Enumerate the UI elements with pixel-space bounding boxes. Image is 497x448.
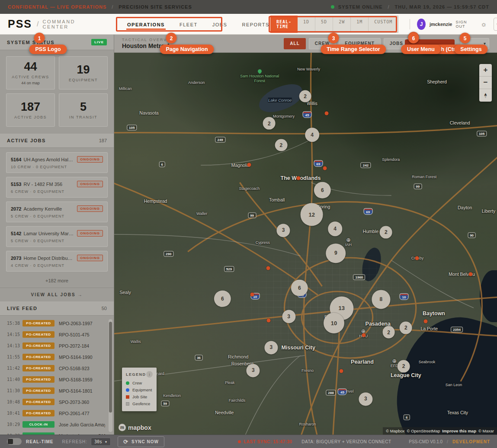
feed-event-text: MPO-2063-1997 — [59, 321, 93, 326]
improve-map-link[interactable]: Improve this map — [442, 429, 476, 433]
cluster-marker[interactable]: 4 — [328, 221, 343, 236]
mapbox-logo[interactable]: m mapbox — [119, 424, 151, 431]
job-card-top: 2073Home Depot Distribution Center Repai… — [11, 255, 103, 261]
map-filter-crew[interactable]: CREW — [309, 38, 336, 49]
refresh-interval-select[interactable]: 30s ▾ — [91, 438, 111, 446]
job-id: 5153 — [11, 182, 21, 187]
tactical-overview-kicker: TACTICAL OVERVIEW — [122, 38, 180, 42]
job-site-marker[interactable] — [247, 163, 251, 166]
job-site-marker[interactable] — [468, 272, 472, 276]
pss-logo[interactable]: PSS — [8, 18, 32, 30]
cluster-marker[interactable]: 2 — [380, 226, 392, 239]
nav-tab-reports[interactable]: REPORTS — [241, 15, 270, 33]
feed-event-badge: PO-CREATED — [22, 331, 55, 338]
feed-time: 11:30 — [7, 388, 22, 393]
job-site-marker[interactable] — [362, 333, 366, 337]
layers-dropdown[interactable]: ▾ — [461, 38, 489, 49]
avatar[interactable]: J — [417, 19, 426, 30]
sync-now-button[interactable]: ⟳ SYNC NOW — [118, 436, 164, 447]
toggle-knob — [8, 439, 13, 444]
cluster-marker[interactable]: 2 — [400, 321, 412, 334]
stat-sublabel: 44 on map — [21, 81, 40, 85]
command-center-subtitle: COMMAND CENTER — [42, 19, 75, 29]
logo-separator: / — [37, 20, 38, 28]
feed-event-text: MPO-5164-1801 — [59, 388, 93, 394]
job-site-marker[interactable] — [424, 319, 428, 323]
settings-button[interactable]: ☀ — [494, 18, 497, 31]
attr-mapbox: © Mapbox — [386, 429, 404, 433]
cluster-marker[interactable]: 2 — [382, 326, 395, 339]
job-status-badge: ONGOING — [77, 230, 103, 237]
header-divider — [410, 19, 410, 29]
feed-event-badge: PO-CREATED — [22, 342, 55, 349]
sync-status-icon — [238, 440, 241, 443]
job-card[interactable]: 2072Academy KerrvilleONGOING5 CREW · 0 E… — [6, 202, 108, 222]
job-site-marker[interactable] — [415, 256, 419, 260]
sign-out-button[interactable]: SIGN OUT — [455, 20, 472, 29]
cluster-marker[interactable]: 4 — [305, 128, 320, 142]
compass-button[interactable]: ▲ ▼ — [479, 89, 492, 102]
toolbar-divider — [416, 38, 417, 49]
feed-event-badge: PO-CREATED — [22, 376, 55, 383]
feed-scrollbar-thumb[interactable] — [109, 322, 112, 413]
zoom-out-button[interactable]: − — [479, 77, 492, 89]
legend-label: Job Site — [132, 394, 147, 399]
cluster-marker[interactable]: 2 — [398, 360, 410, 373]
map-canvas[interactable]: Sam Houston National ForestNew WaverlySh… — [114, 53, 497, 435]
sync-icon: ⟳ — [123, 438, 128, 445]
feed-event-text: MPO-5168-1959 — [59, 377, 93, 382]
feed-row: 10:41PO-CREATEDRPO-2061-477 — [7, 410, 105, 416]
time-range-1d[interactable]: 1D — [298, 16, 315, 33]
username[interactable]: jmckenzie — [430, 22, 452, 27]
job-site-marker[interactable] — [266, 266, 270, 270]
cluster-marker[interactable]: 2 — [263, 117, 276, 130]
time-range-1m[interactable]: 1M — [351, 16, 369, 33]
legend-item: Equipment — [126, 387, 153, 392]
map-filter-all[interactable]: ALL — [284, 38, 305, 49]
feed-event-text: CPO-5168-923 — [59, 366, 90, 371]
time-range-custom[interactable]: CUSTOM — [369, 16, 398, 33]
cluster-marker[interactable]: 2 — [275, 139, 287, 151]
cluster-marker[interactable]: 12 — [300, 203, 323, 226]
confidential-label: CONFIDENTIAL — LIVE OPERATIONS — [8, 4, 106, 10]
job-site-marker[interactable] — [250, 292, 254, 296]
feed-time: 14:15 — [7, 332, 22, 337]
job-meta: 4 CREW · 0 EQUIPMENT — [11, 263, 103, 268]
zoom-in-button[interactable]: + — [479, 64, 492, 77]
job-card[interactable]: 5153RV - 1482 FM 356ONGOING6 CREW · 0 EQ… — [6, 177, 108, 198]
live-feed-count: 50 — [102, 306, 107, 311]
app-header: PSS / COMMAND CENTER OPERATIONSFLEETJOBS… — [0, 14, 497, 35]
stat-value: 44 — [24, 61, 37, 74]
time-range-2w[interactable]: 2W — [333, 16, 351, 33]
main-nav: OPERATIONSFLEETJOBSREPORTS — [126, 15, 270, 33]
feed-list: 15:38PO-CREATEDMPO-2063-199714:15PO-CREA… — [0, 316, 114, 435]
time-range-real-time[interactable]: REAL-TIME — [270, 16, 298, 33]
job-card[interactable]: 5164UH Agnes Arnold Hall Renovation- Con… — [6, 152, 108, 173]
brightness-icon[interactable]: ☼ — [481, 20, 487, 28]
job-card[interactable]: 5142Lamar University Mary & John Gray Li… — [6, 226, 108, 247]
system-status-header: SYSTEM STATUS LIVE — [0, 35, 114, 50]
view-all-jobs-button[interactable]: VIEW ALL JOBS → — [0, 288, 114, 301]
nav-tab-jobs[interactable]: JOBS — [212, 15, 228, 33]
legend-info-button[interactable]: i — [146, 371, 153, 378]
map-filter-equipment[interactable]: EQUIPMENT — [339, 38, 380, 49]
feed-time: 10:28 — [7, 433, 22, 435]
map-title: Houston Metro Area — [122, 42, 180, 49]
nav-tab-operations[interactable]: OPERATIONS — [126, 15, 166, 33]
jobs-list: 5164UH Agnes Arnold Hall Renovation- Con… — [0, 148, 114, 276]
cluster-marker[interactable]: 9 — [326, 243, 346, 263]
cluster-marker[interactable]: 2 — [299, 90, 311, 102]
cluster-marker[interactable]: 10 — [324, 313, 344, 333]
search-shortcut-button[interactable] — [422, 39, 455, 48]
nav-tab-fleet[interactable]: FLEET — [179, 15, 199, 33]
map-filter-jobs[interactable]: JOBS — [384, 38, 409, 49]
job-site-marker[interactable] — [266, 318, 270, 322]
feed-time: 11:55 — [7, 355, 22, 359]
job-site-marker[interactable] — [296, 176, 300, 180]
job-card[interactable]: 2073Home Depot Distribution Center Repai… — [6, 251, 108, 272]
job-site-marker[interactable] — [323, 166, 327, 170]
realtime-toggle[interactable] — [7, 438, 22, 445]
job-site-marker[interactable] — [325, 112, 329, 115]
job-site-marker[interactable] — [339, 369, 343, 373]
time-range-5d[interactable]: 5D — [315, 16, 333, 33]
